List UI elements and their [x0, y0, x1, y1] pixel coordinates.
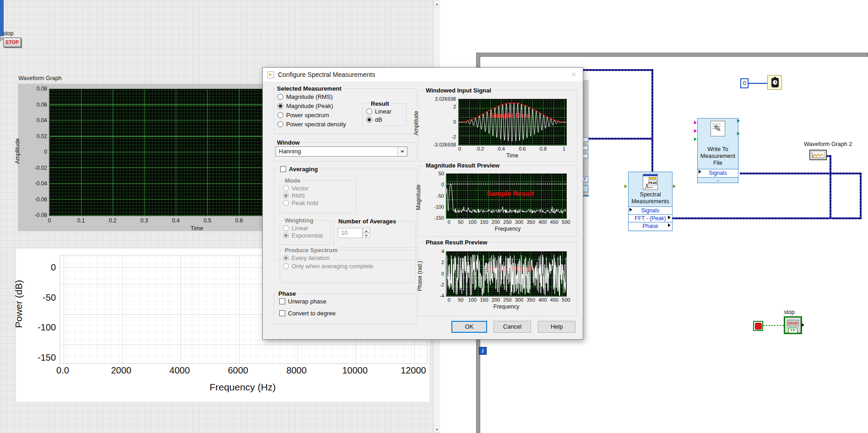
tick-label: -2 — [429, 282, 444, 287]
radio-label: Linear — [375, 108, 391, 115]
radio-weighting-linear[interactable]: Linear — [283, 225, 308, 232]
tick-label: 300 — [513, 297, 525, 303]
radio-circle-selected — [283, 193, 289, 199]
tick-label: 350 — [525, 219, 537, 225]
stop-sign-icon — [755, 323, 762, 330]
radio-magnitude-peak[interactable]: Magnitude (Peak) — [277, 103, 333, 109]
tick-label: 200 — [490, 219, 502, 225]
expand-chevron-icon[interactable]: ⌄ — [698, 177, 738, 183]
number-of-averages-label: Number of Averages — [336, 218, 398, 225]
radio-magnitude-rms[interactable]: Magnitude (RMS) — [277, 93, 333, 100]
result-label: Result — [369, 100, 391, 107]
tick-label: 200 — [490, 297, 502, 303]
dialog-title: Configure Spectral Measurements — [278, 71, 375, 78]
dialog-titlebar[interactable]: Configure Spectral Measurements ✕ — [263, 68, 583, 81]
cancel-button[interactable]: Cancel — [494, 321, 531, 333]
radio-every-iteration[interactable]: Every iteration — [283, 254, 330, 261]
write-node-signals-row[interactable]: Signals — [698, 169, 738, 177]
tick-label: 400 — [537, 297, 548, 303]
node-title-line: Write To — [698, 146, 738, 153]
fft-output-arrow-icon — [668, 216, 671, 219]
signal-wire[interactable] — [651, 69, 653, 173]
tick-label: 450 — [548, 219, 560, 225]
input-arrow-icon — [694, 137, 697, 141]
convert-to-degree-checkbox[interactable]: Convert to degree — [279, 310, 336, 317]
tick-label: 0 — [426, 182, 444, 187]
input-arrow-icon — [694, 121, 697, 124]
boolean-wire[interactable] — [763, 325, 784, 326]
window-combobox[interactable]: Hanning — [276, 146, 407, 157]
stop-boolean-terminal[interactable]: STOP TF — [784, 316, 802, 334]
checkbox-box — [279, 298, 285, 304]
radio-peak-hold[interactable]: Peak hold — [283, 200, 318, 206]
radio-rms[interactable]: RMS — [283, 192, 305, 199]
spinner-down-button[interactable] — [363, 233, 370, 238]
loop-condition-terminal[interactable] — [753, 321, 763, 331]
radio-label: Peak hold — [292, 200, 318, 206]
i32-wire[interactable] — [749, 83, 767, 84]
radio-power-spectral-density[interactable]: Power spectral density — [277, 121, 346, 128]
fft-peak-wire-branch[interactable] — [830, 155, 831, 219]
combobox-dropdown-button[interactable] — [397, 147, 407, 156]
radio-linear[interactable]: Linear — [366, 108, 391, 115]
spectral-measurements-node[interactable]: PEAK Spectral Measurements Signals FFT -… — [628, 172, 673, 231]
signals-input-arrow-icon — [629, 208, 632, 211]
windowed-x-axis: 00.20.40.60.81 — [454, 146, 570, 152]
tick-label: 150 — [478, 297, 490, 303]
radio-exponential[interactable]: Exponential — [283, 232, 323, 239]
selected-measurement-label: Selected Measurement — [275, 85, 343, 92]
while-loop-top-border[interactable] — [476, 53, 868, 57]
waveform-graph2-terminal[interactable] — [809, 150, 827, 160]
produce-spectrum-label: Produce Spectrum — [283, 247, 340, 254]
signal-wire[interactable] — [580, 69, 653, 71]
tick-label: 450 — [548, 297, 560, 303]
ok-button[interactable]: OK — [451, 321, 487, 333]
wait-ms-node[interactable] — [767, 75, 782, 90]
signal-wire[interactable] — [589, 138, 653, 140]
output-arrow-icon — [737, 119, 740, 123]
tick-label: 400 — [537, 219, 548, 225]
tick-label: 50 — [455, 219, 467, 225]
numeric-constant-0[interactable]: 0 — [740, 78, 749, 88]
write-file-icon: ✎ — [711, 121, 725, 136]
radio-circle — [283, 225, 289, 231]
magnitude-x-label: Frequency — [492, 226, 524, 232]
radio-label: Exponential — [292, 232, 323, 239]
radio-label: dB — [375, 116, 382, 123]
spectral-signals-row[interactable]: Signals — [629, 206, 672, 215]
spinner-up-button[interactable] — [363, 228, 370, 233]
checkbox-box — [279, 310, 285, 316]
spectral-phase-row[interactable]: Phase — [629, 222, 672, 230]
output-arrow-icon — [737, 132, 740, 135]
radio-power-spectrum[interactable]: Power spectrum — [277, 112, 329, 119]
unwrap-phase-checkbox[interactable]: Unwrap phase — [279, 298, 326, 305]
iteration-terminal[interactable]: i — [479, 347, 487, 355]
averaging-checkbox[interactable]: Averaging — [278, 166, 320, 173]
fft-peak-wire[interactable] — [672, 217, 862, 219]
mode-label: Mode — [283, 177, 302, 184]
averages-input[interactable]: 10 — [338, 228, 363, 238]
write-to-measurement-file-node[interactable]: ✎ Write To Measurement File Signals ⌄ — [697, 118, 738, 183]
tick-label: 0 — [429, 271, 444, 276]
tick-label: 500 — [560, 219, 572, 225]
radio-circle — [283, 200, 289, 206]
tick-label: 1 — [559, 146, 570, 152]
radio-circle — [277, 121, 283, 127]
tick-label: 0 — [443, 219, 455, 225]
tick-label: 0.8 — [537, 146, 548, 152]
signals-wire[interactable] — [860, 173, 862, 219]
radio-vector[interactable]: Vector — [283, 185, 309, 192]
spectral-fft-peak-row[interactable]: FFT - (Peak) — [629, 214, 672, 222]
radio-label: Linear — [292, 225, 308, 232]
radio-db[interactable]: dB — [366, 116, 382, 123]
radio-circle-selected — [283, 255, 289, 261]
tick-label: 500 — [560, 297, 572, 303]
radio-circle-selected — [277, 103, 283, 109]
signals-wire[interactable] — [740, 173, 861, 174]
radio-only-when-complete[interactable]: Only when averaging complete — [283, 263, 374, 270]
help-button[interactable]: Help — [538, 321, 575, 333]
close-icon[interactable]: ✕ — [569, 70, 579, 79]
tick-label: 0.2 — [475, 146, 486, 152]
node-input-arrow-icon — [624, 184, 627, 188]
node-output-arrow-icon — [673, 184, 676, 188]
